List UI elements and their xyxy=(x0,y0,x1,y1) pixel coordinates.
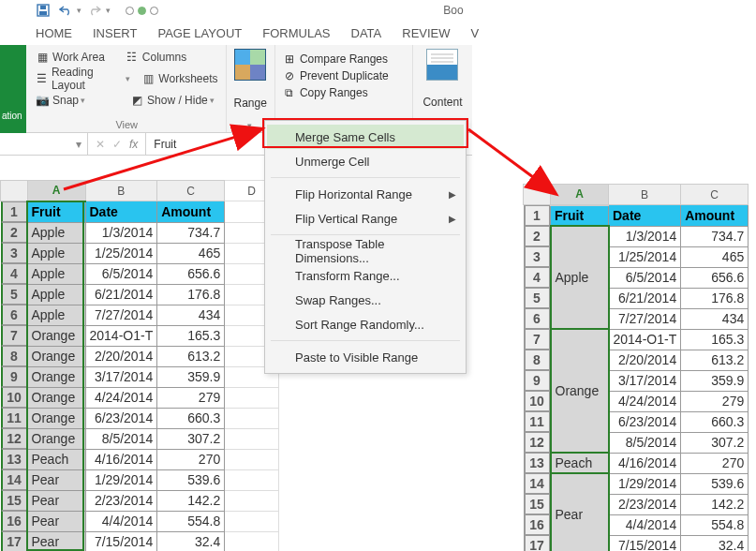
menu-item[interactable]: Transform Range... xyxy=(267,263,464,288)
cell[interactable]: 165.3 xyxy=(681,329,749,350)
cell[interactable]: 554.8 xyxy=(681,514,749,535)
tab-review[interactable]: REVIEW xyxy=(402,26,450,45)
row-header[interactable]: 2 xyxy=(524,226,550,246)
cell[interactable]: 2/23/2014 xyxy=(609,494,681,514)
cell[interactable]: 1/3/2014 xyxy=(609,226,681,246)
cell[interactable]: 2014-O1-T xyxy=(609,329,681,350)
cell[interactable]: 176.8 xyxy=(157,284,225,305)
cell[interactable] xyxy=(225,469,279,490)
cell[interactable]: 660.3 xyxy=(157,408,225,428)
cell[interactable]: 4/4/2014 xyxy=(85,511,157,531)
cell[interactable]: 142.2 xyxy=(681,494,749,514)
cell[interactable]: 7/27/2014 xyxy=(609,308,681,329)
cell[interactable]: 142.2 xyxy=(157,490,225,511)
cell[interactable]: 434 xyxy=(681,308,749,329)
cell[interactable]: 4/16/2014 xyxy=(85,449,157,469)
row-header[interactable]: 17 xyxy=(524,535,550,551)
cell[interactable]: Date xyxy=(85,201,157,223)
cell[interactable]: 6/23/2014 xyxy=(609,411,681,432)
row-header[interactable]: 14 xyxy=(524,473,550,494)
cell[interactable]: 539.6 xyxy=(157,469,225,490)
row-header[interactable]: 1 xyxy=(524,205,550,226)
cell[interactable]: 3/17/2014 xyxy=(609,370,681,391)
menu-item[interactable]: Paste to Visible Range xyxy=(267,345,464,369)
row-header[interactable]: 15 xyxy=(524,494,550,514)
cell[interactable]: 4/16/2014 xyxy=(609,453,681,473)
compare-ranges-button[interactable]: ⊞Compare Ranges xyxy=(283,52,405,66)
menu-item[interactable]: Swap Ranges... xyxy=(267,288,464,312)
row-header[interactable]: 11 xyxy=(524,411,550,432)
cell[interactable]: 6/21/2014 xyxy=(85,284,157,305)
cell[interactable]: Pear xyxy=(27,511,85,531)
chevron-down-icon[interactable]: ▾ xyxy=(76,138,82,151)
cell[interactable]: 1/29/2014 xyxy=(85,469,157,490)
macro-dot-icon[interactable] xyxy=(126,7,134,15)
chevron-down-icon[interactable]: ▾ xyxy=(77,6,82,15)
cell[interactable]: 2/20/2014 xyxy=(85,346,157,366)
copy-ranges-button[interactable]: ⧉Copy Ranges xyxy=(283,86,405,99)
cell[interactable]: Orange xyxy=(27,428,85,449)
menu-item[interactable]: Flip Horizontal Range▶ xyxy=(267,182,464,206)
row-header[interactable]: 16 xyxy=(524,514,550,535)
name-box[interactable]: ▾ xyxy=(0,133,88,155)
redo-button[interactable] xyxy=(85,2,104,19)
row-header[interactable]: 4 xyxy=(1,263,27,284)
cell[interactable]: 660.3 xyxy=(681,411,749,432)
tab-insert[interactable]: INSERT xyxy=(93,26,137,45)
cell[interactable]: Date xyxy=(609,205,681,227)
cell[interactable] xyxy=(225,387,279,408)
row-header[interactable]: 12 xyxy=(1,428,27,449)
cell[interactable]: 4/24/2014 xyxy=(85,387,157,408)
row-header[interactable]: 15 xyxy=(1,490,27,511)
tab-formulas[interactable]: FORMULAS xyxy=(262,26,330,45)
row-header[interactable]: 10 xyxy=(524,391,550,411)
row-header[interactable]: 3 xyxy=(524,246,550,267)
chevron-down-icon[interactable]: ▾ xyxy=(106,6,111,15)
tab-page-layout[interactable]: PAGE LAYOUT xyxy=(157,26,242,45)
row-header[interactable]: 14 xyxy=(1,469,27,490)
row-header[interactable]: 13 xyxy=(524,453,550,473)
cell[interactable] xyxy=(225,531,279,551)
cell[interactable]: 554.8 xyxy=(157,511,225,531)
cell[interactable]: 6/5/2014 xyxy=(85,263,157,284)
cell[interactable]: 1/29/2014 xyxy=(609,473,681,494)
cell[interactable]: Pear xyxy=(27,531,85,551)
row-header[interactable]: 12 xyxy=(524,432,550,453)
cell[interactable]: 434 xyxy=(157,305,225,325)
cell[interactable] xyxy=(225,428,279,449)
row-header[interactable]: 4 xyxy=(524,267,550,288)
cell[interactable]: Orange xyxy=(27,387,85,408)
cell[interactable]: 465 xyxy=(157,243,225,263)
cell[interactable]: Apple xyxy=(27,263,85,284)
cell[interactable]: 307.2 xyxy=(157,428,225,449)
row-header[interactable]: 13 xyxy=(1,449,27,469)
select-all-corner[interactable] xyxy=(1,181,28,201)
menu-item[interactable]: Flip Vertical Range▶ xyxy=(267,206,464,231)
cell[interactable]: 279 xyxy=(681,391,749,411)
menu-item[interactable]: Unmerge Cell xyxy=(267,149,464,173)
cell[interactable]: Amount xyxy=(681,205,749,227)
cell[interactable]: Fruit xyxy=(27,201,85,223)
row-header[interactable]: 6 xyxy=(1,305,27,325)
cell[interactable]: Peach xyxy=(27,449,85,469)
cell[interactable] xyxy=(225,490,279,511)
row-header[interactable]: 3 xyxy=(1,243,27,263)
cancel-icon[interactable]: ✕ xyxy=(96,138,105,151)
cell[interactable]: Orange xyxy=(27,325,85,346)
merged-cell[interactable]: Peach xyxy=(551,453,609,473)
cell[interactable]: Orange xyxy=(27,408,85,428)
cell[interactable]: 539.6 xyxy=(681,473,749,494)
column-header[interactable]: B xyxy=(85,181,157,201)
cell[interactable]: 4/24/2014 xyxy=(609,391,681,411)
row-header[interactable]: 9 xyxy=(524,370,550,391)
cell[interactable]: Apple xyxy=(27,284,85,305)
row-header[interactable]: 5 xyxy=(524,288,550,308)
cell[interactable]: 1/25/2014 xyxy=(609,246,681,267)
cell[interactable]: 307.2 xyxy=(681,432,749,453)
row-header[interactable]: 7 xyxy=(524,329,550,350)
cell[interactable]: 1/25/2014 xyxy=(85,243,157,263)
cell[interactable]: Orange xyxy=(27,366,85,387)
cell[interactable]: 7/15/2014 xyxy=(85,531,157,551)
merged-cell[interactable]: Orange xyxy=(551,329,609,453)
worksheets-button[interactable]: ▥Worksheets xyxy=(141,72,217,85)
